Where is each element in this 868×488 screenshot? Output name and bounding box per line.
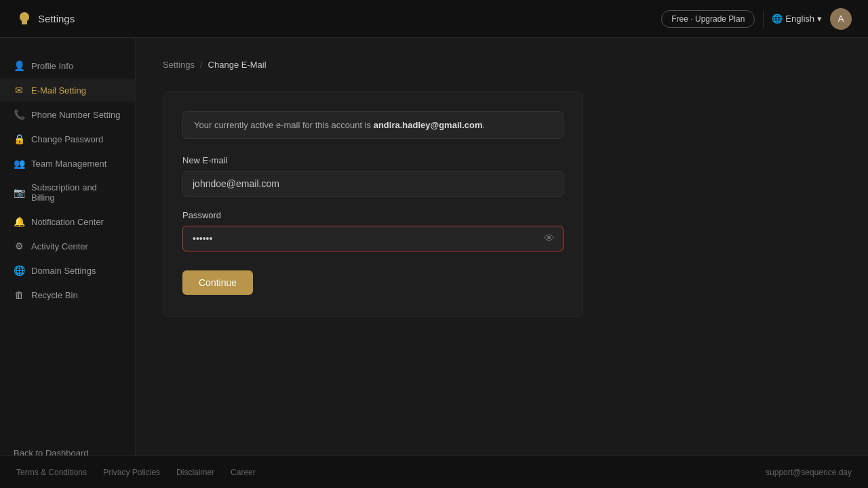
phone-number-icon: 📞 bbox=[14, 109, 24, 120]
email-setting-icon: ✉ bbox=[14, 85, 24, 96]
avatar-initials: A bbox=[838, 14, 844, 24]
new-email-group: New E-mail bbox=[182, 155, 564, 197]
sidebar: 👤 Profile Info ✉ E-Mail Setting 📞 Phone … bbox=[0, 38, 136, 488]
notification-center-icon: 🔔 bbox=[14, 216, 24, 227]
domain-settings-icon: 🌐 bbox=[14, 265, 24, 276]
sidebar-label-activity-center: Activity Center bbox=[31, 241, 88, 251]
upgrade-button[interactable]: Free · Upgrade Plan bbox=[661, 10, 755, 28]
recycle-bin-icon: 🗑 bbox=[14, 289, 24, 300]
new-email-label: New E-mail bbox=[182, 155, 564, 165]
continue-button[interactable]: Continue bbox=[182, 270, 253, 295]
profile-info-icon: 👤 bbox=[14, 60, 24, 71]
language-selector[interactable]: 🌐 English ▾ bbox=[772, 14, 822, 24]
info-email: andira.hadley@gmail.com bbox=[374, 120, 483, 130]
password-label: Password bbox=[182, 210, 564, 220]
breadcrumb-separator: / bbox=[200, 60, 203, 70]
password-field-wrapper: 👁 bbox=[182, 226, 564, 251]
sidebar-item-phone-number[interactable]: 📞 Phone Number Setting bbox=[0, 103, 135, 126]
topbar: Settings Free · Upgrade Plan 🌐 English ▾… bbox=[0, 0, 868, 38]
sidebar-item-recycle-bin[interactable]: 🗑 Recycle Bin bbox=[0, 283, 135, 306]
topbar-left: Settings bbox=[16, 11, 75, 27]
topbar-divider bbox=[763, 11, 764, 27]
breadcrumb-current: Change E-Mail bbox=[208, 60, 267, 70]
sidebar-item-profile-info[interactable]: 👤 Profile Info bbox=[0, 54, 135, 77]
info-banner: Your currently active e-mail for this ac… bbox=[182, 111, 564, 139]
footer-link-disclaimer[interactable]: Disclaimer bbox=[176, 468, 214, 477]
main-layout: 👤 Profile Info ✉ E-Mail Setting 📞 Phone … bbox=[0, 38, 868, 488]
sidebar-label-phone-number: Phone Number Setting bbox=[31, 110, 121, 120]
chevron-down-icon: ▾ bbox=[817, 14, 822, 24]
footer-link-terms[interactable]: Terms & Conditions bbox=[16, 468, 87, 477]
footer-link-privacy[interactable]: Privacy Policies bbox=[103, 468, 160, 477]
content-area: Settings / Change E-Mail Your currently … bbox=[136, 38, 868, 488]
breadcrumb-parent[interactable]: Settings bbox=[163, 60, 195, 70]
activity-center-icon: ⚙ bbox=[14, 241, 24, 251]
topbar-right: Free · Upgrade Plan 🌐 English ▾ A bbox=[661, 8, 852, 30]
toggle-password-icon[interactable]: 👁 bbox=[544, 232, 555, 245]
sidebar-item-notification-center[interactable]: 🔔 Notification Center bbox=[0, 210, 135, 233]
breadcrumb: Settings / Change E-Mail bbox=[163, 60, 841, 70]
sidebar-label-email-setting: E-Mail Setting bbox=[31, 85, 86, 96]
password-inner: 👁 bbox=[183, 226, 563, 251]
sidebar-label-change-password: Change Password bbox=[31, 134, 103, 144]
sidebar-label-notification-center: Notification Center bbox=[31, 217, 104, 227]
sidebar-item-team-management[interactable]: 👥 Team Management bbox=[0, 152, 135, 175]
sidebar-label-domain-settings: Domain Settings bbox=[31, 266, 96, 276]
info-text: Your currently active e-mail for this ac… bbox=[194, 120, 374, 130]
change-password-icon: 🔒 bbox=[14, 134, 24, 144]
language-label: English bbox=[785, 14, 814, 24]
sidebar-item-activity-center[interactable]: ⚙ Activity Center bbox=[0, 235, 135, 258]
footer-link-career[interactable]: Career bbox=[231, 468, 256, 477]
footer-links: Terms & ConditionsPrivacy PoliciesDiscla… bbox=[16, 468, 256, 477]
globe-icon: 🌐 bbox=[772, 14, 783, 24]
sidebar-item-change-password[interactable]: 🔒 Change Password bbox=[0, 127, 135, 150]
app-title: Settings bbox=[38, 13, 75, 24]
footer: Terms & ConditionsPrivacy PoliciesDiscla… bbox=[0, 455, 868, 488]
subscription-billing-icon: 📷 bbox=[14, 187, 24, 198]
password-input[interactable] bbox=[183, 226, 563, 251]
password-group-container: Password 👁 bbox=[182, 210, 564, 251]
app-logo-icon bbox=[16, 11, 33, 27]
sidebar-item-email-setting[interactable]: ✉ E-Mail Setting bbox=[0, 79, 135, 102]
sidebar-label-subscription-billing: Subscription and Billing bbox=[31, 182, 121, 203]
sidebar-label-profile-info: Profile Info bbox=[31, 61, 73, 71]
form-card: Your currently active e-mail for this ac… bbox=[163, 92, 583, 317]
sidebar-label-team-management: Team Management bbox=[31, 159, 106, 169]
sidebar-nav: 👤 Profile Info ✉ E-Mail Setting 📞 Phone … bbox=[0, 54, 135, 306]
footer-support-email[interactable]: support@sequence.day bbox=[766, 468, 852, 477]
team-management-icon: 👥 bbox=[14, 158, 24, 169]
sidebar-label-recycle-bin: Recycle Bin bbox=[31, 290, 78, 300]
sidebar-item-domain-settings[interactable]: 🌐 Domain Settings bbox=[0, 259, 135, 282]
sidebar-item-subscription-billing[interactable]: 📷 Subscription and Billing bbox=[0, 176, 135, 209]
new-email-input[interactable] bbox=[182, 171, 564, 197]
avatar[interactable]: A bbox=[830, 8, 852, 30]
